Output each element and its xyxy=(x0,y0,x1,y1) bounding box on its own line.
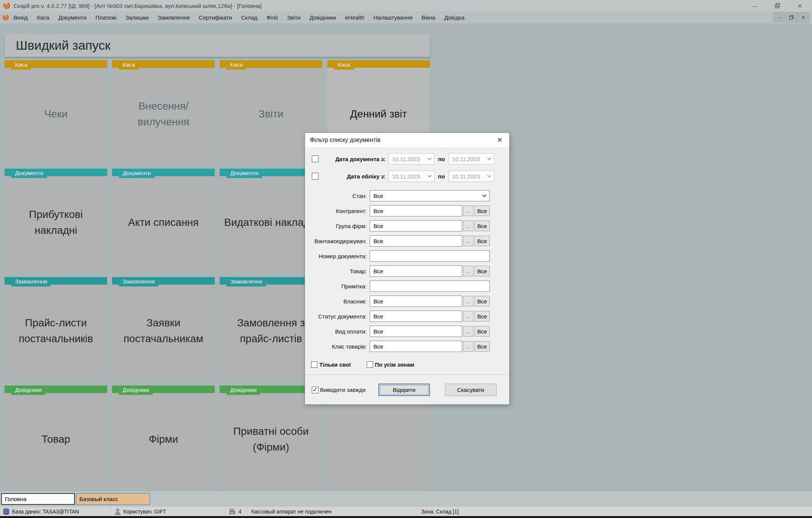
goods-field[interactable]: Все xyxy=(370,265,462,277)
consignee-field[interactable]: Все xyxy=(370,235,462,247)
menu-item-settings[interactable]: Налаштування xyxy=(369,12,417,23)
mdi-close-button[interactable]: ✕ xyxy=(798,12,809,22)
tile-category-tag: Документи xyxy=(119,169,155,178)
tile-checks[interactable]: Каса Чеки xyxy=(5,60,107,164)
owner-all-button[interactable]: Все xyxy=(475,296,490,306)
tile-label: Фірми xyxy=(144,431,183,447)
tab-holovna[interactable]: Головна xyxy=(1,493,75,505)
payment-type-all-button[interactable]: Все xyxy=(475,326,490,337)
menu-item-kasa[interactable]: Каса xyxy=(32,12,54,23)
document-date-from-select[interactable]: 10.11.2023 xyxy=(389,153,434,165)
minimize-button[interactable]: — xyxy=(752,3,757,9)
tile-writeoff-acts[interactable]: Документи Акти списання xyxy=(112,169,215,272)
document-number-input[interactable] xyxy=(370,250,490,262)
mdi-restore-button[interactable] xyxy=(786,12,797,22)
tile-firms[interactable]: Довідники Фірми xyxy=(112,385,215,489)
document-date-checkbox[interactable] xyxy=(312,155,319,162)
menu-items: Вихід Каса Документи Платежі Залишки Зам… xyxy=(9,12,469,23)
tile-category-tag: Замовлення xyxy=(11,277,51,286)
app-logo-icon xyxy=(3,2,11,9)
owner-row: Власник: Все … Все xyxy=(307,296,490,307)
firm-group-field[interactable]: Все xyxy=(370,220,462,232)
firm-group-all-button[interactable]: Все xyxy=(475,221,490,231)
open-button[interactable]: Відкрити xyxy=(378,384,430,396)
tile-supplier-price-lists[interactable]: Замовлення Прайс-листи постачальників xyxy=(5,277,107,381)
tile-label: Прибуткові накладні xyxy=(5,207,107,238)
menu-item-documents[interactable]: Документи xyxy=(54,12,91,23)
menu-item-orders[interactable]: Замовлення xyxy=(153,12,194,23)
menu-item-directories[interactable]: Довідники xyxy=(305,12,340,23)
document-status-browse-button[interactable]: … xyxy=(463,311,474,321)
owner-browse-button[interactable]: … xyxy=(463,296,474,306)
goods-class-all-button[interactable]: Все xyxy=(475,341,490,352)
tile-supplier-requests[interactable]: Замовлення Заявки постачальникам xyxy=(112,277,215,381)
tile-label: Чеки xyxy=(39,106,72,122)
document-status-all-button[interactable]: Все xyxy=(475,311,490,321)
document-filter-dialog: Фільтр списку документів ✕ Дата документ… xyxy=(305,133,510,405)
all-zones-checkbox[interactable] xyxy=(367,361,373,368)
dialog-footer: Виводити завжди Відкрити Скасувати xyxy=(305,375,509,404)
account-date-checkbox[interactable] xyxy=(312,173,319,180)
firm-group-browse-button[interactable]: … xyxy=(463,221,474,231)
goods-class-browse-button[interactable]: … xyxy=(463,341,474,352)
menu-item-reports[interactable]: Звіти xyxy=(282,12,305,23)
always-show-checkbox[interactable] xyxy=(312,387,319,393)
tile-goods[interactable]: Довідники Товар xyxy=(5,385,107,489)
document-status-field[interactable]: Все xyxy=(370,311,462,322)
menu-item-balances[interactable]: Залишки xyxy=(121,12,153,23)
status-user: Користувач: GIFT xyxy=(112,507,226,516)
goods-row: Товар: Все … Все xyxy=(307,265,490,277)
document-date-to-select[interactable]: 10.11.2023 xyxy=(449,153,494,165)
dialog-close-icon[interactable]: ✕ xyxy=(494,135,505,145)
tile-label: Приватні особи (Фірми) xyxy=(220,424,322,455)
contractor-all-button[interactable]: Все xyxy=(475,206,490,216)
consignee-browse-button[interactable]: … xyxy=(463,236,474,246)
menu-item-branches[interactable]: Філії xyxy=(262,12,282,23)
restore-button[interactable] xyxy=(775,3,780,8)
cancel-button[interactable]: Скасувати xyxy=(445,384,496,396)
menu-item-help[interactable]: Довідка xyxy=(440,12,469,23)
only-own-check[interactable]: Тільки свої xyxy=(311,361,351,368)
payment-type-browse-button[interactable]: … xyxy=(463,326,474,337)
payment-type-field[interactable]: Все xyxy=(370,326,462,337)
goods-all-button[interactable]: Все xyxy=(475,266,490,276)
only-own-checkbox[interactable] xyxy=(311,361,317,368)
goods-class-field[interactable]: Все xyxy=(370,341,462,352)
account-date-row: Дата обліку з: 10.11.2023 по 10.11.2023 xyxy=(312,171,494,182)
note-input[interactable] xyxy=(370,280,490,292)
menu-item-payments[interactable]: Платежі xyxy=(91,12,121,23)
goods-browse-button[interactable]: … xyxy=(463,266,474,276)
owner-field[interactable]: Все xyxy=(370,296,462,307)
tile-label: Прайс-листи постачальників xyxy=(5,315,107,347)
menu-item-ehealth[interactable]: eHealth xyxy=(340,12,369,23)
mdi-minimize-button[interactable]: – xyxy=(774,12,785,22)
document-date-row: Дата документа з: 10.11.2023 по 10.11.20… xyxy=(312,153,494,165)
account-date-label: Дата обліку з: xyxy=(322,173,386,180)
bottom-tabstrip: Головна Базовый класс xyxy=(0,491,812,507)
tile-deposit-withdrawal[interactable]: Каса Внесення/вилучення xyxy=(112,60,215,164)
menu-item-windows[interactable]: Вікна xyxy=(417,12,440,23)
date-between-label: по xyxy=(438,156,445,162)
status-device-count: 4 xyxy=(226,507,248,516)
contractor-field[interactable]: Все xyxy=(370,205,462,216)
note-row: Примітка: xyxy=(307,280,490,292)
close-button[interactable]: ✕ xyxy=(797,3,802,9)
menu-item-exit[interactable]: Вихід xyxy=(9,12,32,23)
state-select[interactable]: Все xyxy=(370,190,490,201)
goods-class-row: Клас товарів: Все … Все xyxy=(307,341,490,352)
menu-item-warehouse[interactable]: Склад xyxy=(237,12,262,23)
contractor-browse-button[interactable]: … xyxy=(463,206,474,216)
account-date-from-select[interactable]: 10.11.2023 xyxy=(389,171,434,182)
tab-bazovyi-klass[interactable]: Базовый класс xyxy=(76,493,150,505)
tile-income-invoices[interactable]: Документи Прибуткові накладні xyxy=(5,169,107,272)
database-icon xyxy=(3,508,9,515)
consignee-all-button[interactable]: Все xyxy=(475,236,490,246)
always-show-check[interactable]: Виводити завжди xyxy=(312,387,366,393)
all-zones-check[interactable]: По усім зонам xyxy=(367,361,414,368)
menu-item-certificates[interactable]: Сертифікати xyxy=(194,12,237,23)
cash-register-icon xyxy=(229,508,236,515)
quick-launch-header: Швидкий запуск xyxy=(5,34,430,57)
account-date-to-select[interactable]: 10.11.2023 xyxy=(449,171,494,182)
payment-type-row: Вид оплати: Все … Все xyxy=(307,326,490,337)
tile-category-tag: Довідники xyxy=(119,385,153,395)
